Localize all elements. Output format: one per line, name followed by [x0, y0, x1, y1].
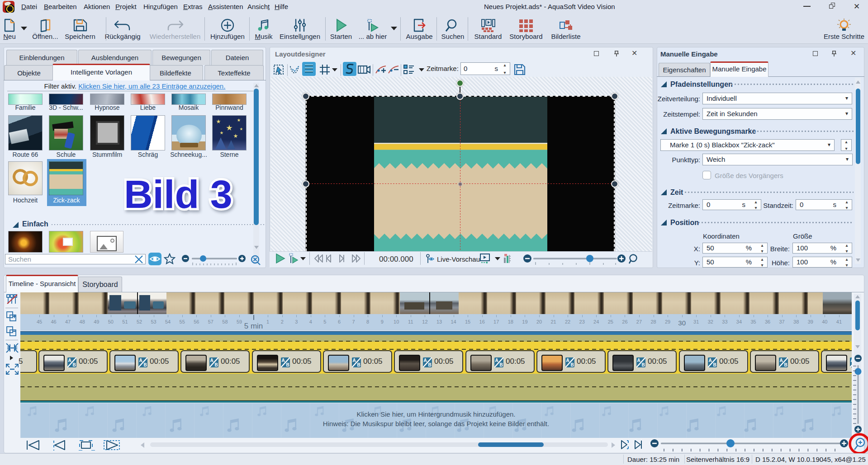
svg-text:A: A — [281, 358, 285, 363]
svg-text:B: B — [570, 362, 574, 367]
svg-text:B: B — [499, 362, 503, 367]
svg-text:A: A — [566, 358, 569, 363]
svg-text:A: A — [68, 358, 71, 363]
svg-text:A: A — [210, 358, 213, 363]
svg-text:B: B — [641, 362, 645, 367]
svg-text:A: A — [495, 358, 498, 363]
svg-text:B: B — [72, 362, 76, 367]
svg-text:B: B — [428, 362, 431, 367]
svg-text:A: A — [139, 358, 142, 363]
svg-text:A: A — [637, 358, 640, 363]
svg-text:A: A — [423, 358, 427, 363]
svg-text:B: B — [143, 362, 147, 367]
svg-text:B: B — [784, 362, 787, 367]
svg-text:Bild 3: Bild 3 — [124, 172, 232, 216]
svg-text:B: B — [214, 362, 218, 367]
svg-text:A: A — [352, 358, 356, 363]
svg-text:B: B — [357, 362, 360, 367]
svg-text:B: B — [713, 362, 716, 367]
svg-text:B: B — [286, 362, 289, 367]
svg-text:A: A — [779, 358, 783, 363]
svg-text:A: A — [708, 358, 711, 363]
